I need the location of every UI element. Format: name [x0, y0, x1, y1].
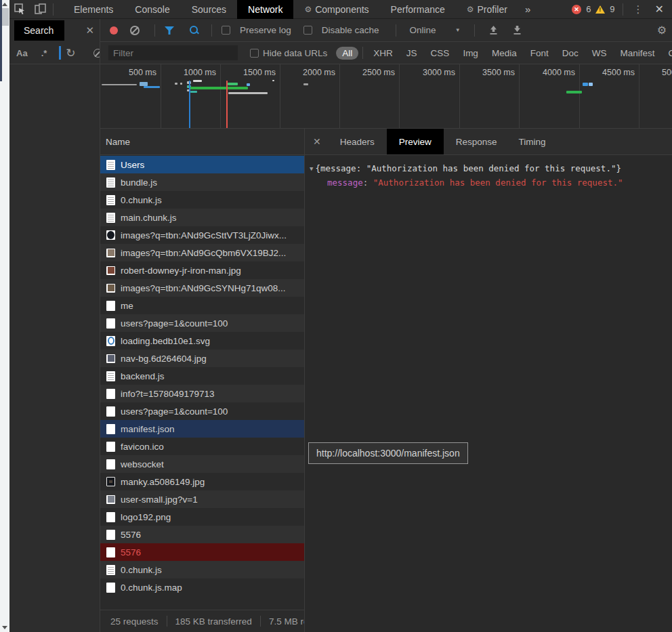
inspect-icon: [14, 3, 26, 15]
scrollbar-up-icon[interactable]: [2, 3, 7, 6]
table-row[interactable]: images?q=tbn:ANd9GcQbm6VX19BJ2...: [100, 244, 304, 261]
filter-type-xhr[interactable]: XHR: [367, 47, 399, 60]
request-name: backend.js: [121, 371, 165, 381]
waterfall-bar: [272, 80, 274, 81]
file-type-icon: [106, 284, 115, 293]
import-har-icon[interactable]: [488, 25, 499, 35]
tab-label: Sources: [192, 4, 226, 15]
filter-type-media[interactable]: Media: [486, 47, 523, 60]
json-separator: :: [363, 177, 373, 188]
warning-badge-icon[interactable]: [595, 5, 605, 14]
page-scrollbar[interactable]: [0, 0, 9, 632]
filter-type-img[interactable]: Img: [457, 47, 484, 60]
tab-headers[interactable]: Headers: [331, 129, 384, 154]
table-row[interactable]: users?page=1&count=100: [100, 402, 304, 420]
table-row[interactable]: nav-bg.6d264604.jpg: [100, 350, 304, 367]
waterfall-bar: [175, 83, 177, 85]
filter-icon[interactable]: [165, 26, 174, 35]
table-row[interactable]: main.chunk.js: [100, 209, 304, 226]
table-row[interactable]: info?t=1578049179713: [100, 385, 304, 402]
table-row[interactable]: 0.chunk.js: [100, 191, 304, 209]
close-devtools-icon[interactable]: ✕: [651, 3, 668, 16]
table-row[interactable]: 0.chunk.js: [100, 561, 304, 578]
filter-type-manifest[interactable]: Manifest: [614, 47, 660, 60]
search-icon[interactable]: [189, 25, 199, 35]
export-har-icon[interactable]: [512, 25, 522, 35]
warning-count[interactable]: 9: [610, 4, 614, 14]
table-row[interactable]: loading.bedb10e1.svg: [100, 332, 304, 350]
clear-search-icon[interactable]: [93, 49, 100, 58]
tab-timing[interactable]: Timing: [509, 129, 555, 154]
network-settings-gear-icon[interactable]: ⚙: [657, 24, 667, 37]
filter-type-all[interactable]: All: [336, 47, 358, 60]
menu-kebab-icon[interactable]: ⋮: [631, 3, 646, 16]
table-row[interactable]: me: [100, 297, 304, 314]
waterfall-bar: [583, 83, 588, 86]
record-button[interactable]: [110, 26, 118, 35]
tab-console[interactable]: Console: [126, 0, 178, 19]
request-name: nav-bg.6d264604.jpg: [121, 354, 207, 364]
table-row[interactable]: users?page=1&count=100: [100, 314, 304, 332]
table-row[interactable]: user-small.jpg?v=1: [100, 490, 304, 508]
hide-data-urls-checkbox[interactable]: [250, 49, 259, 58]
table-row[interactable]: bundle.js: [100, 173, 304, 191]
request-name: me: [121, 301, 133, 311]
timeline-overview[interactable]: 500 ms1000 ms1500 ms2000 ms2500 ms3000 m…: [100, 64, 672, 129]
tab-search[interactable]: Search: [14, 20, 64, 41]
tab-performance[interactable]: Performance: [382, 0, 454, 19]
chevron-down-icon: ▼: [455, 27, 461, 33]
filter-type-other[interactable]: Other: [662, 47, 672, 60]
refresh-search-icon[interactable]: ↻: [61, 46, 80, 60]
tab-elements[interactable]: Elements: [65, 0, 122, 19]
tab-sources[interactable]: Sources: [183, 0, 235, 19]
table-row[interactable]: 0.chunk.js.map: [100, 578, 304, 596]
table-row[interactable]: images?q=tbn:ANd9GcSttVT3LjZ0Jiwx...: [100, 226, 304, 244]
table-row[interactable]: favicon.ico: [100, 438, 304, 455]
clear-requests-icon[interactable]: [130, 26, 140, 35]
more-tabs-button[interactable]: »: [518, 3, 537, 15]
table-row[interactable]: logo192.png: [100, 508, 304, 526]
throttling-dropdown[interactable]: Online ▼: [410, 25, 461, 35]
match-case-button[interactable]: Aa: [9, 48, 35, 58]
table-row[interactable]: 5576: [100, 526, 304, 543]
filter-type-css[interactable]: CSS: [425, 47, 456, 60]
table-row[interactable]: 5576: [100, 543, 304, 561]
filter-type-doc[interactable]: Doc: [556, 47, 585, 60]
filter-input[interactable]: [108, 45, 238, 60]
close-details-icon[interactable]: ✕: [305, 129, 329, 154]
device-toolbar-button[interactable]: [30, 0, 50, 19]
detail-tabs: HeadersPreviewResponseTiming: [329, 129, 557, 154]
table-row[interactable]: manifest.json: [100, 420, 304, 438]
json-root-line[interactable]: ▼ {message: "Authorization has been deni…: [310, 162, 672, 176]
table-row[interactable]: robert-downey-jr-iron-man.jpg: [100, 261, 304, 279]
tab-components[interactable]: ⚙Components: [295, 0, 377, 19]
tab-profiler[interactable]: ⚙Profiler: [458, 0, 516, 19]
tab-response[interactable]: Response: [446, 129, 507, 154]
table-row[interactable]: backend.js: [100, 367, 304, 385]
filter-type-font[interactable]: Font: [524, 47, 555, 60]
error-badge-icon[interactable]: ✕: [572, 5, 581, 14]
file-type-icon: [106, 213, 115, 223]
timeline-gridline: [519, 64, 520, 128]
close-search-icon[interactable]: ✕: [85, 24, 94, 37]
scrollbar-down-icon[interactable]: [2, 626, 7, 629]
timeline-tick-label: 2000 ms: [303, 68, 335, 77]
table-row[interactable]: Users: [100, 156, 304, 173]
name-column-header[interactable]: Name: [100, 129, 304, 155]
waterfall-bar: [247, 83, 250, 86]
request-type-filters: AllXHRJSCSSImgMediaFontDocWSManifestOthe…: [335, 47, 672, 60]
regex-button[interactable]: .*: [35, 48, 54, 58]
inspect-element-button[interactable]: [9, 0, 30, 19]
filter-type-js[interactable]: JS: [400, 47, 423, 60]
table-row[interactable]: websocket: [100, 455, 304, 473]
tab-network[interactable]: Network: [237, 0, 293, 19]
table-row[interactable]: images?q=tbn:ANd9GcSYNHg71qw08...: [100, 279, 304, 297]
disable-cache-checkbox[interactable]: [303, 26, 312, 35]
error-count[interactable]: 6: [586, 4, 591, 14]
filter-type-ws[interactable]: WS: [586, 47, 613, 60]
table-row[interactable]: manky.a5086149.jpg: [100, 473, 304, 490]
preserve-log-checkbox[interactable]: [222, 26, 230, 35]
disclosure-triangle-icon[interactable]: ▼: [310, 162, 313, 175]
main-tabbar: ElementsConsoleSourcesNetwork⚙Components…: [63, 0, 518, 19]
tab-preview[interactable]: Preview: [387, 129, 444, 154]
